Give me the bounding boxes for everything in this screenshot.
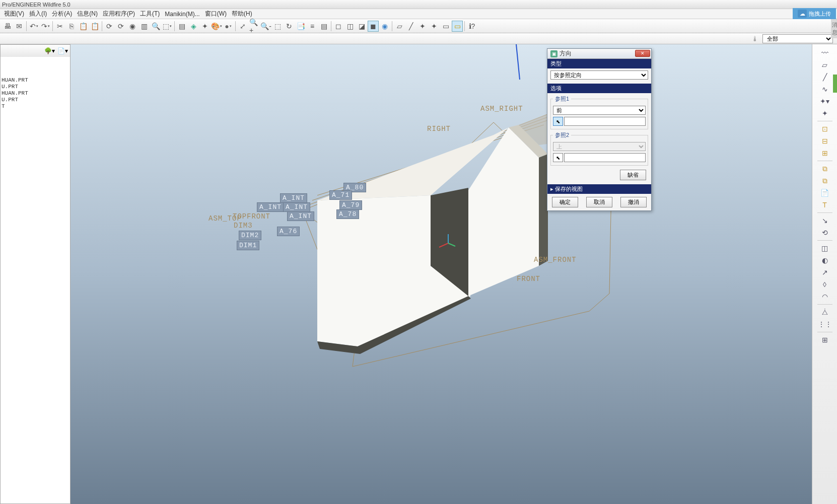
extrude-icon[interactable]: ◫ [819, 243, 831, 254]
view-mgr-icon[interactable]: ▤ [176, 21, 187, 32]
saved-view-icon[interactable]: 📑 [295, 21, 306, 32]
datum-axis-icon[interactable]: ╱ [405, 21, 416, 32]
replace-icon[interactable]: ⟲ [819, 227, 831, 238]
t-icon[interactable]: T [819, 199, 831, 210]
revolve-icon[interactable]: ◐ [819, 255, 831, 266]
menu-tools[interactable]: 工具(T) [138, 9, 162, 19]
regen-icon[interactable]: ⟳ [104, 21, 115, 32]
zoom-area-icon[interactable]: ⬚ [272, 21, 283, 32]
model-tree-icon[interactable]: ▭ [452, 21, 463, 32]
curve-icon[interactable]: ∿ [819, 84, 831, 95]
regenfail-icon[interactable]: ⟳ [115, 21, 126, 32]
menu-analysis[interactable]: 分析(A) [50, 9, 74, 19]
redo-button[interactable]: ↷ [40, 21, 51, 32]
no-hidden-icon[interactable]: ◪ [356, 21, 367, 32]
sweep-icon[interactable]: ↗ [819, 267, 831, 278]
mirror-icon[interactable]: ⧊ [819, 307, 831, 318]
paste-icon[interactable]: 📋 [78, 21, 89, 32]
pattern-icon[interactable]: ⋮⋮ [819, 319, 831, 330]
wireframe-icon[interactable]: ◻ [333, 21, 344, 32]
round-icon[interactable]: ◠ [819, 291, 831, 302]
views-icon[interactable]: ▤ [318, 21, 329, 32]
spin-icon[interactable]: ✦ [199, 21, 211, 32]
cut-icon[interactable]: ✂ [54, 21, 65, 32]
print-icon[interactable]: 🖶 [2, 21, 13, 32]
zoom-in-icon[interactable]: 🔍+ [249, 21, 260, 32]
datum-plane-icon[interactable]: ▱ [394, 21, 405, 32]
hidden-line-icon[interactable]: ◫ [344, 21, 356, 32]
tree-item[interactable]: U.PRT [2, 97, 69, 103]
saved-views-header[interactable]: 保存的视图 [547, 184, 651, 194]
select-icon[interactable]: ⬚ [162, 21, 173, 32]
settings-icon[interactable]: 📄▾ [57, 46, 68, 55]
dialog-buttons: 确定 取消 撤消 [547, 194, 651, 210]
tree-item[interactable]: HUAN.PRT [2, 77, 69, 84]
ok-button[interactable]: 确定 [552, 197, 578, 207]
menu-window[interactable]: 窗口(W) [203, 9, 229, 19]
include-icon[interactable]: 📄 [819, 187, 831, 198]
layers-icon[interactable]: ◈ [188, 21, 199, 32]
csys-icon[interactable]: ✦ [819, 108, 831, 119]
enhanced-icon[interactable]: ◉ [379, 21, 390, 32]
axis-icon[interactable]: ╱ [819, 71, 831, 83]
menu-view[interactable]: 视图(V) [2, 9, 26, 19]
message-tab[interactable]: 消息 [831, 19, 837, 38]
ref1-select[interactable]: 前 [553, 106, 646, 115]
tree-item[interactable]: T [2, 103, 69, 110]
flex-icon[interactable]: ▥ [138, 21, 150, 32]
menu-app[interactable]: 应用程序(P) [101, 9, 137, 19]
type-body: 按参照定向 [547, 68, 651, 84]
sketch-line-icon[interactable]: 〰 [819, 47, 831, 58]
undo-button[interactable]: 撤消 [620, 197, 647, 207]
close-button[interactable]: ✕ [635, 50, 650, 57]
annotations-icon[interactable]: ▭ [440, 21, 451, 32]
pick-button[interactable]: ⬉ [553, 153, 563, 162]
cancel-button[interactable]: 取消 [586, 197, 612, 207]
ref2-select[interactable]: 上 [553, 142, 646, 151]
point-icon[interactable]: ✦▾ [819, 96, 831, 107]
zoom-out-icon[interactable]: 🔍- [260, 21, 271, 32]
shading-icon[interactable]: ◼ [368, 21, 379, 32]
appearance-icon[interactable]: 🎨 [211, 21, 222, 32]
plane-icon[interactable]: ▱ [819, 59, 831, 70]
search-icon[interactable]: 🔍 [150, 21, 161, 32]
blend-icon[interactable]: ◊ [819, 279, 831, 290]
create-icon[interactable]: ⧉ [819, 175, 831, 186]
copy-icon[interactable]: ⎘ [66, 21, 77, 32]
tree-item[interactable]: U.PRT [2, 84, 69, 90]
mail-icon[interactable]: ✉ [14, 21, 25, 32]
upload-area[interactable]: ☁ 拖拽上传 [793, 8, 836, 19]
assemble-icon[interactable]: ⧉ [819, 163, 831, 174]
tree-item[interactable]: HUAN.PRT [2, 90, 69, 97]
datum-point-icon[interactable]: ✦ [417, 21, 428, 32]
help-icon[interactable]: ℹ? [466, 21, 477, 32]
menu-manikin[interactable]: Manikin(M)... [163, 10, 201, 19]
grid-icon[interactable]: ⊞ [819, 334, 831, 345]
dialog-titlebar[interactable]: ▣ 方向 ✕ [547, 49, 651, 59]
rib-icon[interactable]: ⊞ [819, 148, 831, 159]
type-select[interactable]: 按参照定向 [550, 70, 648, 80]
tree-content[interactable]: HUAN.PRT U.PRT HUAN.PRT U.PRT T [1, 57, 70, 503]
layers-icon[interactable]: ≡ [307, 21, 318, 32]
options-body: 参照1 前 ⬉ 参照2 上 ⬉ 缺省 [547, 93, 651, 184]
shade-icon[interactable]: ● [223, 21, 234, 32]
ref2-input[interactable] [564, 153, 646, 162]
menu-insert[interactable]: 插入(I) [27, 9, 49, 19]
3d-viewport[interactable]: ASM_RIGHT RIGHT ASM_FRONT FRONT ASM_TOP … [71, 44, 812, 504]
default-button[interactable]: 缺省 [620, 170, 646, 180]
menu-info[interactable]: 信息(N) [75, 9, 100, 19]
hole-icon[interactable]: ⊡ [819, 123, 831, 134]
move-icon[interactable]: ↘ [819, 215, 831, 226]
refit-icon[interactable]: ⤢ [237, 21, 248, 32]
show-icon[interactable]: 🌳▾ [44, 46, 55, 55]
pick-button[interactable]: ⬉ [553, 117, 563, 126]
app-title: Pro/ENGINEER Wildfire 5.0 [2, 2, 71, 8]
reorient-icon[interactable]: ↻ [284, 21, 295, 32]
ref1-input[interactable] [564, 117, 646, 126]
coord-sys-icon[interactable]: ✦ [429, 21, 440, 32]
filter-select[interactable]: 全部 [762, 34, 833, 43]
paste-special-icon[interactable]: 📋 [89, 21, 100, 32]
shell-icon[interactable]: ⊟ [819, 135, 831, 147]
rotation-icon[interactable]: ◉ [127, 21, 138, 32]
undo-button[interactable]: ↶ [28, 21, 39, 32]
